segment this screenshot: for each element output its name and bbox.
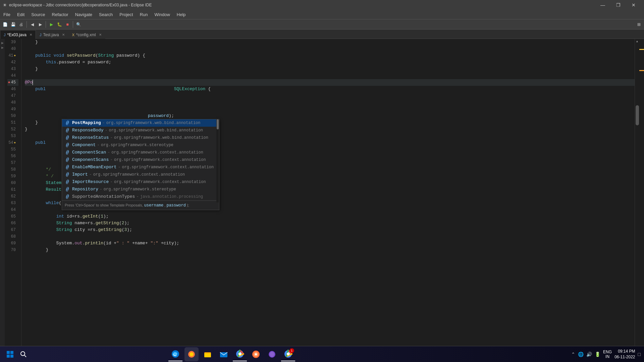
tray-time[interactable]: 09:14 PM 06-11-2022 <box>614 349 635 360</box>
ac-pkg-enablembeanexport: org.springframework.context.annotation <box>122 164 214 171</box>
menubar: File Edit Source Refactor Navigate Searc… <box>0 10 644 19</box>
tray-chevron[interactable]: ⌃ <box>571 352 575 357</box>
ac-item-componentscan[interactable]: @ ComponentScan - org.springframework.co… <box>62 149 219 156</box>
line-num-41: 41◈ <box>7 52 18 59</box>
taskbar-icon-settings[interactable] <box>265 347 279 361</box>
toolbar-stop[interactable]: ■ <box>64 21 71 28</box>
ac-item-importresource[interactable]: @ ImportResource - org.springframework.c… <box>62 178 219 186</box>
taskbar-icon-lens[interactable] <box>249 347 263 361</box>
toolbar-run[interactable]: ▶ <box>48 21 55 28</box>
ac-item-componentscans[interactable]: @ ComponentScans - org.springframework.c… <box>62 156 219 164</box>
taskbar-icon-chrome[interactable] <box>233 347 247 361</box>
toolbar-save[interactable]: 💾 <box>9 21 17 28</box>
code-line-50: password); <box>25 113 635 119</box>
ac-name-componentscan: ComponentScan <box>72 149 106 156</box>
tab-ex03-label: *Ex03.java <box>7 33 26 37</box>
ac-scroll-thumb[interactable] <box>217 119 219 129</box>
line-num-64: 64 <box>7 206 18 213</box>
minimize-button[interactable]: — <box>595 0 610 10</box>
code-area[interactable]: 39 40 41◈ 42 43 44 ●45 46 47 48 49 50 51… <box>5 39 635 353</box>
menu-edit[interactable]: Edit <box>14 10 28 19</box>
menu-run[interactable]: Run <box>137 10 151 19</box>
toolbar-debug[interactable]: 🐛 <box>56 21 63 28</box>
tab-config-close[interactable]: ✕ <box>99 33 102 37</box>
tabbar: J *Ex03.java ✕ J Test.java ✕ X *config.x… <box>0 29 644 39</box>
ac-item-component[interactable]: @ Component - org.springframework.stereo… <box>62 141 219 149</box>
menu-refactor[interactable]: Refactor <box>49 10 72 19</box>
taskbar-start-button[interactable] <box>3 348 17 361</box>
ac-item-postmapping[interactable]: @ PostMapping - org.springframework.web.… <box>62 119 219 127</box>
menu-file[interactable]: File <box>0 10 14 19</box>
toolbar-new[interactable]: 📄 <box>1 21 9 28</box>
toolbar-search[interactable]: 🔍 <box>75 21 82 28</box>
scroll-thumb[interactable] <box>636 105 639 125</box>
ac-icon-import: @ <box>65 172 70 177</box>
taskbar-icon-firefox[interactable] <box>184 347 199 361</box>
taskbar-icon-mail[interactable] <box>217 347 231 361</box>
notification-badge: 1 <box>289 348 294 353</box>
code-lines[interactable]: } public void setPassword(String passwor… <box>21 39 635 353</box>
line-num-53: 53 <box>7 133 18 139</box>
tray-battery[interactable]: 🔋 <box>595 352 600 357</box>
scroll-up-arrow[interactable]: ▲ <box>635 39 640 44</box>
menu-navigate[interactable]: Navigate <box>72 10 96 19</box>
tab-test-icon: J <box>40 33 42 37</box>
tray-lang[interactable]: ENGIN <box>603 350 612 359</box>
ac-name-supportedannotation: SupportedAnnotationTypes <box>72 193 135 200</box>
ac-item-responsestatus[interactable]: @ ResponseStatus - org.springframework.w… <box>62 134 219 141</box>
line-num-40: 40 <box>7 46 18 52</box>
tab-ex03-close[interactable]: ✕ <box>30 33 32 37</box>
tray-volume[interactable]: 🔊 <box>586 352 592 357</box>
ac-item-responsebody[interactable]: @ ResponseBody - org.springframework.web… <box>62 127 219 134</box>
ac-icon-importresource: @ <box>65 179 70 185</box>
tab-config[interactable]: X *config.xml ✕ <box>68 30 105 39</box>
taskbar-icon-files[interactable] <box>201 347 215 361</box>
ac-pkg-repository: org.springframework.stereotype <box>104 186 176 193</box>
ac-pkg-componentscan: org.springframework.context.annotation <box>111 149 203 156</box>
line-num-39: 39 <box>7 39 18 46</box>
ac-item-enablembeanexport[interactable]: @ EnableMBeanExport - org.springframewor… <box>62 164 219 171</box>
right-scrollbar[interactable]: ▲ ▼ <box>635 39 639 353</box>
svg-point-22 <box>287 353 289 355</box>
toolbar-forward[interactable]: ▶ <box>37 21 44 28</box>
code-line-69: System.out.println(id +" : " +name+ ":" … <box>25 240 635 247</box>
editor-container[interactable]: 39 40 41◈ 42 43 44 ●45 46 47 48 49 50 51… <box>5 39 635 353</box>
toolbar-print[interactable]: 🖨 <box>17 21 25 28</box>
tab-ex03[interactable]: J *Ex03.java ✕ <box>0 30 36 39</box>
ac-icon-componentscans: @ <box>65 157 70 163</box>
ac-name-repository: Repository <box>72 186 98 193</box>
toolbar-back[interactable]: ◀ <box>29 21 36 28</box>
ac-item-import[interactable]: @ Import - org.springframework.context.a… <box>62 171 219 178</box>
menu-search[interactable]: Search <box>96 10 116 19</box>
ac-scrollbar[interactable] <box>216 119 219 202</box>
taskbar-search-button[interactable] <box>17 348 30 361</box>
ac-pkg-supportedannotation: java.annotation.processing <box>140 193 203 200</box>
tray-notifications[interactable]: □ <box>638 352 641 357</box>
taskbar-icon-chrome2[interactable]: 1 <box>281 347 295 361</box>
maximize-button[interactable]: ❐ <box>610 0 626 10</box>
annotation-marker-1 <box>639 49 644 50</box>
taskbar-icon-edge[interactable] <box>168 347 182 361</box>
tray-network[interactable]: 🌐 <box>578 352 584 357</box>
menu-source[interactable]: Source <box>28 10 48 19</box>
menu-project[interactable]: Project <box>116 10 136 19</box>
line-num-58: 58 <box>7 166 18 173</box>
menu-help[interactable]: Help <box>173 10 189 19</box>
menu-window[interactable]: Window <box>151 10 173 19</box>
tab-test[interactable]: J Test.java ✕ <box>36 30 68 39</box>
line-num-49: 49 <box>7 106 18 113</box>
line-num-60: 60 <box>7 180 18 186</box>
ac-icon-postmapping: @ <box>65 120 70 126</box>
ac-icon-responsestatus: @ <box>65 135 70 140</box>
scroll-track[interactable] <box>635 44 639 348</box>
ac-item-repository[interactable]: @ Repository - org.springframework.stere… <box>62 186 219 193</box>
ac-item-supportedannotation[interactable]: @ SupportedAnnotationTypes - java.annota… <box>62 193 219 200</box>
autocomplete-dropdown[interactable]: @ PostMapping - org.springframework.web.… <box>62 119 219 210</box>
close-button[interactable]: ✕ <box>626 0 641 10</box>
line-num-57: 57 <box>7 160 18 166</box>
ac-hint-password: password <box>166 203 186 208</box>
toolbar-perspective[interactable]: ⊞ <box>635 21 643 28</box>
tab-test-close[interactable]: ✕ <box>62 33 65 37</box>
ac-hint-username: username <box>144 203 164 208</box>
line-num-56: 56 <box>7 153 18 160</box>
